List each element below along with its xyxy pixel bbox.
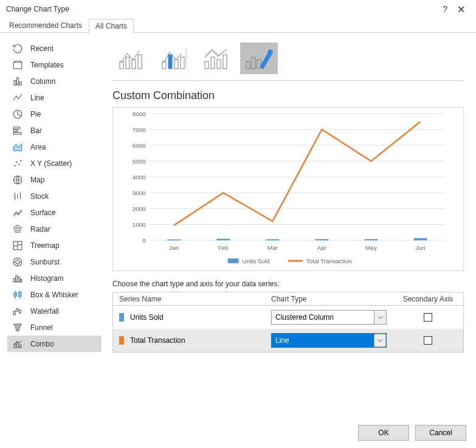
secondary-axis-checkbox-units[interactable] bbox=[424, 313, 432, 322]
svg-rect-44 bbox=[16, 329, 19, 331]
combo-subtype-thumbs bbox=[112, 43, 464, 74]
svg-point-12 bbox=[20, 160, 21, 161]
svg-rect-32 bbox=[16, 275, 18, 282]
svg-rect-62 bbox=[246, 61, 250, 69]
sidebar-item-label: Recent bbox=[30, 44, 53, 53]
svg-rect-0 bbox=[13, 62, 22, 69]
svg-marker-8 bbox=[13, 143, 22, 150]
svg-text:3000: 3000 bbox=[133, 190, 147, 196]
sidebar-item-label: Waterfall bbox=[30, 307, 59, 315]
sidebar-item-label: Area bbox=[30, 143, 46, 151]
svg-text:5000: 5000 bbox=[133, 158, 147, 165]
sidebar-item-combo[interactable]: Combo bbox=[7, 336, 102, 352]
help-button[interactable]: ? bbox=[438, 4, 452, 14]
secondary-axis-checkbox-total[interactable] bbox=[424, 336, 432, 345]
svg-rect-86 bbox=[216, 239, 230, 241]
svg-rect-57 bbox=[205, 61, 209, 69]
svg-text:Jun: Jun bbox=[416, 244, 426, 251]
svg-text:6000: 6000 bbox=[133, 142, 147, 149]
column-icon bbox=[11, 75, 24, 88]
sidebar-item-waterfall[interactable]: Waterfall bbox=[7, 303, 102, 319]
svg-rect-54 bbox=[174, 60, 178, 69]
svg-rect-40 bbox=[16, 308, 18, 311]
sidebar-item-line[interactable]: Line bbox=[7, 89, 102, 106]
sidebar-item-column[interactable]: Column bbox=[7, 73, 102, 89]
svg-rect-88 bbox=[316, 239, 329, 240]
combo-thumb-3[interactable] bbox=[198, 43, 235, 74]
svg-rect-59 bbox=[217, 60, 221, 69]
sidebar-item-label: Sunburst bbox=[30, 258, 60, 266]
waterfall-icon bbox=[11, 305, 24, 318]
svg-rect-2 bbox=[17, 78, 19, 85]
sidebar-item-label: Treemap bbox=[30, 241, 60, 250]
svg-rect-47 bbox=[19, 345, 21, 348]
sidebar-item-x-y-scatter-[interactable]: X Y (Scatter) bbox=[7, 155, 102, 171]
sidebar-item-histogram[interactable]: Histogram bbox=[7, 270, 102, 286]
series-row-total-transaction[interactable]: Total Transaction Line bbox=[113, 329, 463, 352]
col-secondary-axis: Secondary Axis bbox=[399, 295, 457, 303]
combo-thumb-custom[interactable] bbox=[240, 43, 278, 74]
svg-rect-63 bbox=[252, 57, 255, 69]
sidebar-item-label: Box & Whisker bbox=[30, 291, 78, 299]
sidebar-item-sunburst[interactable]: Sunburst bbox=[7, 253, 102, 270]
sidebar-item-templates[interactable]: Templates bbox=[7, 57, 102, 73]
box-whisker-icon bbox=[11, 288, 24, 302]
ok-button[interactable]: OK bbox=[358, 425, 409, 441]
sidebar-item-area[interactable]: Area bbox=[7, 139, 102, 155]
col-series-name: Series Name bbox=[119, 295, 271, 303]
svg-rect-50 bbox=[132, 60, 136, 69]
sidebar-item-label: Line bbox=[30, 94, 44, 102]
svg-rect-34 bbox=[21, 279, 22, 282]
svg-text:0: 0 bbox=[142, 237, 146, 244]
sidebar-item-box-whisker[interactable]: Box & Whisker bbox=[7, 286, 102, 303]
chevron-down-icon bbox=[374, 311, 386, 324]
sidebar-item-pie[interactable]: Pie bbox=[7, 106, 102, 122]
svg-point-25 bbox=[16, 260, 19, 264]
sidebar-item-treemap[interactable]: Treemap bbox=[7, 237, 102, 253]
close-button[interactable]: ✕ bbox=[452, 4, 470, 15]
combo-thumb-2[interactable] bbox=[155, 43, 193, 74]
sidebar-item-label: Radar bbox=[30, 225, 50, 233]
svg-rect-6 bbox=[13, 129, 18, 131]
svg-text:Total Transaction: Total Transaction bbox=[306, 258, 352, 264]
svg-rect-64 bbox=[257, 60, 261, 69]
svg-text:1000: 1000 bbox=[133, 221, 147, 228]
sidebar-item-label: Combo bbox=[30, 340, 54, 348]
bar-icon bbox=[11, 124, 24, 137]
svg-text:Mar: Mar bbox=[267, 244, 278, 251]
cancel-button[interactable]: Cancel bbox=[415, 425, 466, 441]
sidebar-item-bar[interactable]: Bar bbox=[7, 122, 102, 139]
sidebar-item-surface[interactable]: Surface bbox=[7, 204, 102, 221]
sidebar-item-map[interactable]: Map bbox=[7, 171, 102, 188]
svg-text:2000: 2000 bbox=[133, 205, 147, 212]
combo-thumb-1[interactable] bbox=[112, 43, 150, 74]
svg-point-10 bbox=[16, 161, 17, 162]
tab-all-charts[interactable]: All Charts bbox=[89, 19, 134, 33]
chart-preview: 010002000300040005000600070008000JanFebM… bbox=[112, 107, 464, 271]
svg-rect-85 bbox=[167, 240, 181, 241]
svg-rect-39 bbox=[13, 311, 15, 315]
svg-text:7000: 7000 bbox=[133, 126, 147, 133]
series-type-dropdown-total[interactable]: Line bbox=[271, 333, 387, 348]
sidebar-item-label: Templates bbox=[30, 61, 64, 69]
sidebar-item-label: Stock bbox=[30, 192, 49, 201]
sidebar-item-recent[interactable]: Recent bbox=[7, 40, 102, 57]
svg-rect-60 bbox=[223, 55, 227, 69]
svg-rect-51 bbox=[138, 55, 142, 69]
sidebar-item-funnel[interactable]: Funnel bbox=[7, 319, 102, 336]
sidebar-item-label: Surface bbox=[30, 208, 55, 217]
sidebar-item-label: Pie bbox=[30, 110, 41, 119]
series-table: Series Name Chart Type Secondary Axis Un… bbox=[112, 292, 464, 353]
series-name-label: Units Sold bbox=[130, 313, 164, 322]
svg-rect-7 bbox=[13, 133, 21, 134]
series-row-units-sold[interactable]: Units Sold Clustered Column bbox=[113, 306, 463, 329]
sidebar-item-radar[interactable]: Radar bbox=[7, 221, 102, 237]
series-type-dropdown-units[interactable]: Clustered Column bbox=[271, 310, 387, 325]
tab-recommended[interactable]: Recommended Charts bbox=[2, 18, 89, 32]
svg-text:4000: 4000 bbox=[133, 174, 147, 181]
series-name-label: Total Transaction bbox=[130, 336, 185, 345]
svg-rect-46 bbox=[17, 342, 19, 348]
sidebar-item-stock[interactable]: Stock bbox=[7, 188, 102, 204]
svg-rect-1 bbox=[14, 80, 16, 85]
svg-rect-90 bbox=[414, 238, 427, 241]
